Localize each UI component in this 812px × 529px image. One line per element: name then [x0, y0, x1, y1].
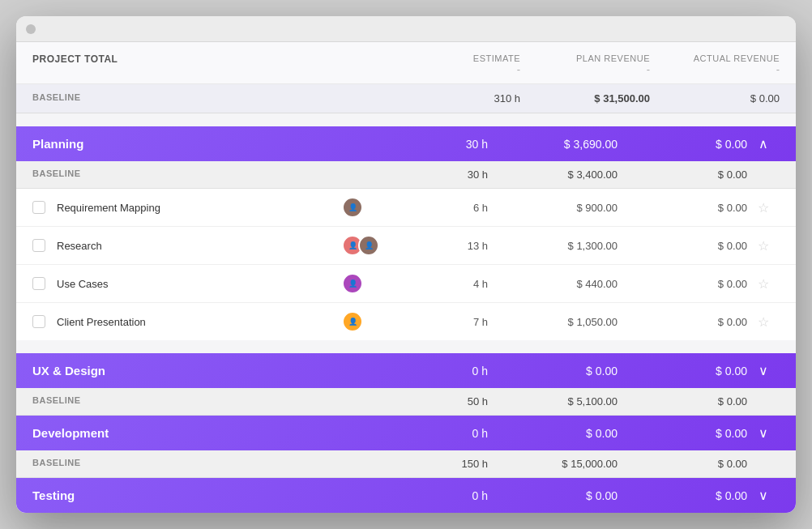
baseline-label: BASELINE — [32, 395, 391, 407]
section-spacer — [16, 340, 796, 353]
baseline-plan: $ 5,100.00 — [488, 395, 618, 407]
task-plan-revenue: $ 900.00 — [488, 202, 618, 214]
task-name: Requirement Mapping — [57, 202, 342, 214]
section-actual-testing: $ 0.00 — [618, 489, 747, 502]
baseline-actual: $ 0.00 — [618, 169, 747, 181]
task-name: Use Cases — [57, 278, 342, 290]
titlebar — [16, 16, 796, 42]
content-area: PROJECT TOTAL ESTIMATE - PLAN REVENUE - … — [16, 42, 796, 513]
task-avatars: 👤 👤 — [342, 235, 391, 256]
section-hours-planning: 30 h — [391, 138, 488, 151]
section-title-development: Development — [32, 426, 391, 440]
task-actual-revenue: $ 0.00 — [618, 202, 747, 214]
task-plan-revenue: $ 1,050.00 — [488, 316, 618, 328]
section-plan-ux-design: $ 0.00 — [488, 365, 618, 378]
task-avatars: 👤 — [342, 273, 391, 294]
section-baseline-development: BASELINE 150 h $ 15,000.00 $ 0.00 — [16, 450, 796, 478]
task-name: Client Presentation — [57, 316, 342, 328]
task-name: Research — [57, 240, 342, 252]
baseline-label: BASELINE — [32, 458, 391, 470]
task-plan-revenue: $ 440.00 — [488, 278, 618, 290]
section-chevron-development[interactable]: ∨ — [747, 425, 780, 441]
task-row: Research 👤 👤 13 h $ 1,300.00 $ 0.00 ☆ — [16, 227, 796, 265]
baseline-plan: $ 3,400.00 — [488, 169, 618, 181]
star-icon[interactable]: ☆ — [747, 200, 780, 215]
section-chevron-testing[interactable]: ∨ — [747, 488, 780, 503]
plan-revenue-header: PLAN REVENUE - — [520, 53, 650, 75]
project-total-label: PROJECT TOTAL — [32, 53, 423, 75]
baseline-hours: 150 h — [391, 458, 488, 470]
task-actual-revenue: $ 0.00 — [618, 316, 747, 328]
section-title-testing: Testing — [32, 488, 391, 502]
estimate-header: ESTIMATE - — [423, 53, 520, 75]
star-icon[interactable]: ☆ — [747, 238, 780, 254]
star-icon[interactable]: ☆ — [747, 314, 780, 330]
section-chevron-ux-design[interactable]: ∨ — [747, 363, 780, 378]
task-actual-revenue: $ 0.00 — [618, 240, 747, 252]
section-hours-development: 0 h — [391, 427, 488, 440]
section-plan-planning: $ 3,690.00 — [488, 138, 618, 151]
main-window: PROJECT TOTAL ESTIMATE - PLAN REVENUE - … — [16, 16, 796, 513]
task-avatars: 👤 — [342, 197, 391, 218]
section-hours-testing: 0 h — [391, 489, 488, 502]
task-actual-revenue: $ 0.00 — [618, 278, 747, 290]
baseline-hours: 50 h — [391, 395, 488, 407]
tasks-container-planning: Requirement Mapping 👤 6 h $ 900.00 $ 0.0… — [16, 189, 796, 340]
avatar: 👤 — [342, 197, 363, 218]
section-actual-development: $ 0.00 — [618, 427, 747, 440]
section-header-development[interactable]: Development 0 h $ 0.00 $ 0.00 ∨ — [16, 416, 796, 450]
task-checkbox[interactable] — [32, 201, 45, 214]
spacer-top — [16, 113, 796, 126]
task-hours: 6 h — [391, 202, 488, 214]
section-actual-ux-design: $ 0.00 — [618, 365, 747, 378]
actual-revenue-header: ACTUAL REVENUE - — [650, 53, 780, 75]
baseline-plan: $ 15,000.00 — [488, 458, 618, 470]
task-avatars: 👤 — [342, 311, 391, 332]
star-icon[interactable]: ☆ — [747, 276, 780, 292]
task-row: Use Cases 👤 4 h $ 440.00 $ 0.00 ☆ — [16, 265, 796, 303]
task-hours: 13 h — [391, 240, 488, 252]
traffic-light — [26, 24, 36, 34]
task-plan-revenue: $ 1,300.00 — [488, 240, 618, 252]
task-checkbox[interactable] — [32, 315, 45, 328]
avatar: 👤 — [358, 235, 379, 256]
baseline-actual: $ 0.00 — [618, 395, 747, 407]
section-header-testing[interactable]: Testing 0 h $ 0.00 $ 0.00 ∨ — [16, 478, 796, 513]
baseline-label: BASELINE — [32, 169, 391, 181]
avatar: 👤 — [342, 273, 363, 294]
header-row: PROJECT TOTAL ESTIMATE - PLAN REVENUE - … — [16, 42, 796, 84]
section-title-planning: Planning — [32, 137, 391, 151]
task-row: Requirement Mapping 👤 6 h $ 900.00 $ 0.0… — [16, 189, 796, 227]
section-baseline-planning: BASELINE 30 h $ 3,400.00 $ 0.00 — [16, 161, 796, 189]
section-plan-development: $ 0.00 — [488, 427, 618, 440]
baseline-actual: $ 0.00 — [618, 458, 747, 470]
section-plan-testing: $ 0.00 — [488, 489, 618, 502]
task-hours: 4 h — [391, 278, 488, 290]
avatar: 👤 — [342, 311, 363, 332]
baseline-hours: 30 h — [391, 169, 488, 181]
section-hours-ux-design: 0 h — [391, 365, 488, 378]
task-hours: 7 h — [391, 316, 488, 328]
task-row: Client Presentation 👤 7 h $ 1,050.00 $ 0… — [16, 303, 796, 340]
task-checkbox[interactable] — [32, 277, 45, 290]
task-checkbox[interactable] — [32, 239, 45, 252]
global-baseline-row: BASELINE 310 h $ 31,500.00 $ 0.00 — [16, 84, 796, 113]
section-header-planning[interactable]: Planning 30 h $ 3,690.00 $ 0.00 ∧ — [16, 126, 796, 161]
sections-container: Planning 30 h $ 3,690.00 $ 0.00 ∧ BASELI… — [16, 126, 796, 513]
section-title-ux-design: UX & Design — [32, 364, 391, 378]
section-baseline-ux-design: BASELINE 50 h $ 5,100.00 $ 0.00 — [16, 388, 796, 416]
section-header-ux-design[interactable]: UX & Design 0 h $ 0.00 $ 0.00 ∨ — [16, 353, 796, 388]
section-actual-planning: $ 0.00 — [618, 138, 747, 151]
section-chevron-planning[interactable]: ∧ — [747, 136, 780, 151]
